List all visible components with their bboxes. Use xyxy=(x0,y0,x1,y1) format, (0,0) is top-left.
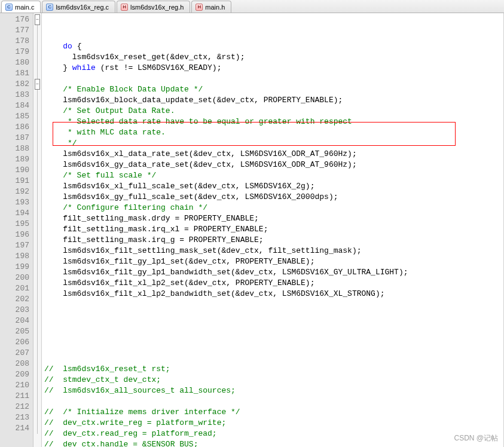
fold-cell xyxy=(33,273,41,283)
fold-line-icon xyxy=(37,111,38,122)
code-line[interactable]: do { xyxy=(42,41,504,52)
code-line[interactable]: // dev_ctx.read_reg = platform_read; xyxy=(42,428,504,439)
watermark: CSDN @记帖 xyxy=(454,433,498,443)
fold-cell xyxy=(33,316,41,326)
fold-line-icon xyxy=(37,305,38,316)
code-line[interactable]: lsm6dsv16x_filt_gy_lp1_bandwidth_set(&de… xyxy=(42,267,504,278)
code-line[interactable]: /* Set full scale */ xyxy=(42,170,504,181)
code-token: do xyxy=(63,42,72,51)
fold-line-icon xyxy=(37,359,38,369)
fold-toggle-icon[interactable]: − xyxy=(35,14,40,25)
line-number: 193 xyxy=(0,197,33,208)
code-line[interactable]: lsm6dsv16x_filt_xl_lp2_bandwidth_set(&de… xyxy=(42,289,504,299)
fold-cell xyxy=(33,283,41,294)
line-number: 182 xyxy=(0,79,33,90)
code-token: // lsm6dsv16x_all_sources_t all_sources; xyxy=(44,386,236,395)
code-token: lsm6dsv16x_filt_xl_lp2_set(&dev_ctx, PRO… xyxy=(44,278,314,287)
code-token: // stmdev_ctx_t dev_ctx; xyxy=(44,375,161,384)
line-number: 201 xyxy=(0,283,33,294)
code-line[interactable]: // /* Initialize mems driver interface *… xyxy=(42,407,504,418)
code-line[interactable]: lsm6dsv16x_filt_settling_mask_set(&dev_c… xyxy=(42,246,504,256)
code-line[interactable] xyxy=(42,299,504,310)
editor-area: 1761771781791801811821831841851861871881… xyxy=(0,13,504,447)
line-number: 214 xyxy=(0,423,33,434)
fold-cell xyxy=(33,305,41,316)
line-number: 206 xyxy=(0,337,33,348)
code-token xyxy=(44,171,63,180)
code-line[interactable]: } while (rst != LSM6DSV16X_READY); xyxy=(42,63,504,74)
fold-toggle-icon[interactable]: − xyxy=(35,79,40,90)
code-line[interactable] xyxy=(42,396,504,407)
code-line[interactable]: lsm6dsv16x_gy_data_rate_set(&dev_ctx, LS… xyxy=(42,160,504,170)
code-line[interactable]: lsm6dsv16x_xl_full_scale_set(&dev_ctx, L… xyxy=(42,181,504,192)
code-line[interactable]: lsm6dsv16x_reset_get(&dev_ctx, &rst); xyxy=(42,52,504,63)
code-line[interactable]: filt_settling_mask.irq_xl = PROPERTY_ENA… xyxy=(42,224,504,235)
code-line[interactable]: // dev_ctx.handle = &SENSOR_BUS; xyxy=(42,439,504,447)
tab-reg-c[interactable]: C lsm6dsv16x_reg.c xyxy=(42,1,115,13)
code-line[interactable] xyxy=(42,342,504,353)
code-line[interactable]: /* Configure filtering chain */ xyxy=(42,203,504,213)
code-area[interactable]: do { lsm6dsv16x_reset_get(&dev_ctx, &rst… xyxy=(42,13,504,447)
code-line[interactable]: // dev_ctx.write_reg = platform_write; xyxy=(42,418,504,428)
fold-cell xyxy=(33,111,41,122)
code-line[interactable] xyxy=(42,353,504,364)
code-line[interactable] xyxy=(42,310,504,321)
code-line[interactable]: lsm6dsv16x_filt_gy_lp1_set(&dev_ctx, PRO… xyxy=(42,256,504,267)
line-number: 188 xyxy=(0,143,33,154)
code-token: filt_settling_mask.drdy = PROPERTY_ENABL… xyxy=(44,214,259,223)
code-line[interactable]: filt_settling_mask.irq_g = PROPERTY_ENAB… xyxy=(42,235,504,246)
fold-cell xyxy=(33,391,41,402)
fold-cell[interactable]: − xyxy=(33,14,41,25)
code-line[interactable]: // lsm6dsv16x_all_sources_t all_sources; xyxy=(42,385,504,396)
code-line[interactable]: lsm6dsv16x_gy_full_scale_set(&dev_ctx, L… xyxy=(42,192,504,203)
code-line[interactable]: */ xyxy=(42,138,504,149)
code-token: // dev_ctx.handle = &SENSOR_BUS; xyxy=(44,440,198,447)
code-line[interactable]: /* Enable Block Data Update */ xyxy=(42,84,504,95)
code-token: // dev_ctx.read_reg = platform_read; xyxy=(44,429,217,438)
h-file-icon: H xyxy=(121,4,128,11)
line-number: 196 xyxy=(0,229,33,240)
fold-cell[interactable]: − xyxy=(33,79,41,90)
code-token: * with MLC data rate. xyxy=(44,128,166,137)
code-token: /* Set full scale */ xyxy=(63,171,156,180)
code-line[interactable]: // lsm6dsv16x_reset_t rst; xyxy=(42,364,504,375)
code-token: lsm6dsv16x_reset_get(&dev_ctx, &rst); xyxy=(44,53,245,62)
code-line[interactable]: lsm6dsv16x_block_data_update_set(&dev_ct… xyxy=(42,95,504,106)
code-line[interactable]: lsm6dsv16x_xl_data_rate_set(&dev_ctx, LS… xyxy=(42,149,504,160)
code-line[interactable]: lsm6dsv16x_filt_xl_lp2_set(&dev_ctx, PRO… xyxy=(42,278,504,289)
code-line[interactable] xyxy=(42,74,504,84)
line-number: 184 xyxy=(0,100,33,111)
code-token: */ xyxy=(44,139,77,148)
line-number: 200 xyxy=(0,273,33,283)
code-line[interactable]: filt_settling_mask.drdy = PROPERTY_ENABL… xyxy=(42,213,504,224)
line-number: 207 xyxy=(0,348,33,359)
fold-line-icon xyxy=(37,197,38,208)
fold-cell xyxy=(33,154,41,165)
line-number: 205 xyxy=(0,326,33,337)
code-token: * Selected data rate have to be equal or… xyxy=(44,117,352,126)
code-line[interactable]: /* Set Output Data Rate. xyxy=(42,106,504,117)
fold-line-icon xyxy=(37,122,38,133)
line-number: 178 xyxy=(0,36,33,47)
line-number: 197 xyxy=(0,240,33,251)
code-line[interactable]: * Selected data rate have to be equal or… xyxy=(42,117,504,127)
code-line[interactable]: // stmdev_ctx_t dev_ctx; xyxy=(42,375,504,385)
fold-line-icon xyxy=(37,143,38,154)
line-number: 209 xyxy=(0,369,33,380)
code-token xyxy=(44,85,63,94)
code-token xyxy=(44,106,63,115)
fold-line-icon xyxy=(37,412,38,423)
fold-cell xyxy=(33,369,41,380)
tab-main-c[interactable]: C main.c xyxy=(1,1,41,13)
tab-main-h[interactable]: H main.h xyxy=(191,1,231,13)
line-number: 198 xyxy=(0,251,33,262)
h-file-icon: H xyxy=(196,4,203,11)
code-line[interactable] xyxy=(42,321,504,332)
tab-label: lsm6dsv16x_reg.c xyxy=(56,4,109,11)
code-line[interactable]: * with MLC data rate. xyxy=(42,127,504,138)
tab-reg-h[interactable]: H lsm6dsv16x_reg.h xyxy=(117,1,190,13)
tab-bar: C main.c C lsm6dsv16x_reg.c H lsm6dsv16x… xyxy=(0,0,504,13)
code-line[interactable] xyxy=(42,332,504,342)
fold-cell xyxy=(33,262,41,273)
fold-line-icon xyxy=(37,391,38,402)
